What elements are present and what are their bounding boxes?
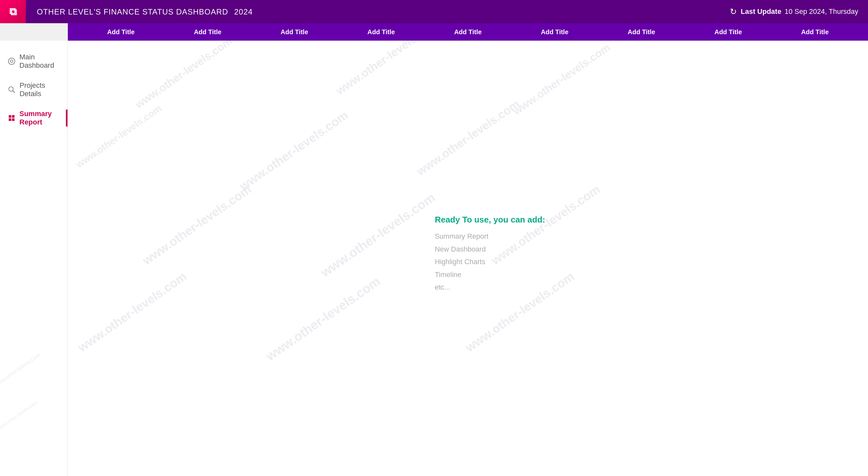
svg-rect-7 (12, 118, 14, 121)
sidebar-label-summary-report: Summary Report (20, 110, 60, 127)
main-container: Main Dashboard Projects Details Summar (0, 41, 868, 476)
watermark-6: www.other-levels.com (414, 97, 522, 178)
svg-rect-5 (12, 115, 14, 118)
sidebar-item-summary-report[interactable]: Summary Report (0, 104, 67, 132)
sub-nav-item-1[interactable]: Add Title (164, 28, 251, 36)
watermark-8: www.other-levels.com (318, 190, 438, 280)
content-area: www.other-levels.com www.other-levels.co… (68, 41, 868, 476)
svg-point-1 (10, 60, 13, 63)
ready-list-item-3: Timeline (435, 268, 545, 281)
sub-nav-item-0[interactable]: Add Title (78, 28, 164, 36)
sidebar-item-main-dashboard[interactable]: Main Dashboard (0, 47, 67, 75)
sub-nav-item-3[interactable]: Add Title (338, 28, 425, 36)
grid-icon (8, 114, 16, 122)
svg-rect-4 (9, 115, 11, 118)
sidebar-item-projects-details[interactable]: Projects Details (0, 75, 67, 104)
watermark-4: www.other-levels.com (74, 103, 164, 170)
header-right: ↻ Last Update 10 Sep 2024, Thursday (730, 7, 858, 17)
watermark-11: www.other-levels.com (263, 274, 383, 364)
svg-point-0 (8, 58, 15, 65)
sub-nav-item-2[interactable]: Add Title (251, 28, 338, 36)
ready-list-item-0: Summary Report (435, 230, 545, 243)
logo-box: ⧉ (0, 0, 26, 23)
sub-nav-item-5[interactable]: Add Title (511, 28, 598, 36)
last-update-date: 10 Sep 2024, Thursday (785, 7, 858, 16)
svg-line-3 (13, 91, 15, 93)
ready-list-item-1: New Dashboard (435, 243, 545, 256)
header-year: 2024 (234, 7, 252, 16)
header: ⧉ OTHER LEVEL'S FINANCE STATUS DASHBOARD… (0, 0, 868, 23)
refresh-icon[interactable]: ↻ (730, 7, 737, 17)
watermark-10: www.other-levels.com (75, 269, 189, 355)
sidebar: Main Dashboard Projects Details Summar (0, 41, 68, 476)
ready-list-item-2: Highlight Charts (435, 256, 545, 268)
watermark-3: www.other-levels.com (510, 41, 612, 117)
ready-list-item-4: etc... (435, 281, 545, 294)
header-left: ⧉ OTHER LEVEL'S FINANCE STATUS DASHBOARD… (0, 0, 253, 23)
sub-nav-item-6[interactable]: Add Title (598, 28, 685, 36)
ready-title: Ready To use, you can add: (435, 215, 545, 225)
watermark-2: www.other-levels.com (333, 41, 441, 98)
watermark-5: www.other-levels.com (237, 108, 351, 194)
watermark-1: www.other-levels.com (133, 41, 235, 111)
sub-nav: Add TitleAdd TitleAdd TitleAdd TitleAdd … (68, 23, 868, 41)
logo-icon: ⧉ (9, 6, 17, 17)
svg-rect-6 (9, 118, 11, 121)
sidebar-label-projects-details: Projects Details (20, 81, 60, 98)
watermark-7: www.other-levels.com (140, 182, 254, 268)
ready-list: Summary ReportNew DashboardHighlight Cha… (435, 230, 545, 294)
header-title-text: OTHER LEVEL'S FINANCE STATUS DASHBOARD (37, 7, 228, 16)
last-update-label: Last Update (741, 7, 781, 16)
sub-nav-item-8[interactable]: Add Title (771, 28, 858, 36)
center-content: Ready To use, you can add: Summary Repor… (435, 215, 545, 294)
dashboard-icon (8, 58, 16, 65)
sub-nav-item-7[interactable]: Add Title (685, 28, 772, 36)
sidebar-label-main-dashboard: Main Dashboard (20, 53, 60, 70)
search-icon (8, 86, 16, 94)
sub-nav-item-4[interactable]: Add Title (425, 28, 512, 36)
header-title: OTHER LEVEL'S FINANCE STATUS DASHBOARD 2… (34, 6, 253, 17)
